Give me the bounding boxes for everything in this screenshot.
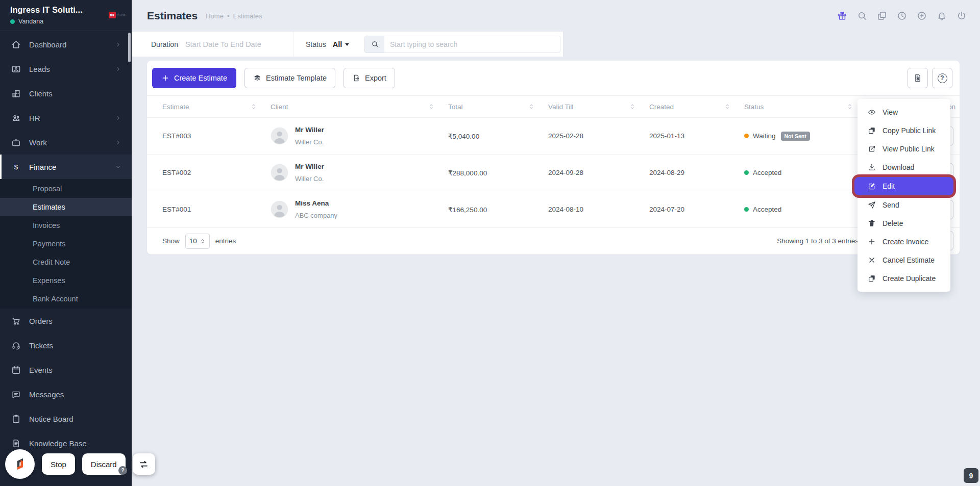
export-button[interactable]: Export	[344, 68, 395, 88]
table-header: Estimate Client Total Valid Till Created…	[147, 95, 960, 118]
sidebar-item-leads[interactable]: Leads	[0, 57, 132, 81]
column-header-client[interactable]: Client	[271, 103, 448, 111]
menu-item-delete[interactable]: Delete	[857, 214, 950, 233]
help-button[interactable]: ?	[932, 68, 952, 88]
company-name: Ingress IT Soluti...	[10, 6, 125, 15]
column-header-total[interactable]: Total	[448, 103, 548, 111]
chevron-right-icon	[115, 115, 121, 121]
menu-item-copy-public-link[interactable]: Copy Public Link	[857, 121, 950, 140]
column-header-valid-till[interactable]: Valid Till	[548, 103, 649, 111]
status-text: Waiting	[753, 132, 776, 140]
recorder-logo-button[interactable]	[5, 449, 35, 479]
sidebar: Ingress IT Soluti... Vandana IN CRM Dash…	[0, 0, 132, 486]
chevron-right-icon	[115, 139, 121, 146]
history-icon[interactable]	[897, 11, 907, 21]
sidebar-item-proposal[interactable]: Proposal	[0, 180, 132, 198]
menu-item-download[interactable]: Download	[857, 158, 950, 176]
sidebar-scrollbar-thumb[interactable]	[128, 33, 131, 62]
created-date: 2025-01-13	[649, 132, 744, 140]
status-dropdown[interactable]: All	[333, 40, 350, 48]
valid-till-date: 2024-08-10	[548, 206, 649, 213]
sidebar-item-expenses[interactable]: Expenses	[0, 271, 132, 290]
sidebar-item-estimates[interactable]: Estimates	[0, 198, 132, 216]
sidebar-item-notice-board[interactable]: Notice Board	[0, 406, 132, 431]
menu-item-send[interactable]: Send	[857, 196, 950, 214]
finance-submenu: Proposal Estimates Invoices Payments Cre…	[0, 179, 132, 309]
total-value: ₹166,250.00	[448, 206, 548, 214]
calendar-icon	[11, 365, 21, 375]
menu-item-view-public-link[interactable]: View Public Link	[857, 140, 950, 158]
sort-icon	[528, 103, 535, 110]
client-cell: Miss Aena ABC company	[271, 199, 448, 219]
menu-item-create-duplicate[interactable]: Create Duplicate	[857, 269, 950, 288]
notes-icon[interactable]	[877, 11, 887, 21]
sidebar-item-bank-account[interactable]: Bank Account	[0, 290, 132, 308]
headset-icon	[11, 341, 21, 350]
sidebar-item-dashboard[interactable]: Dashboard	[0, 32, 132, 57]
column-header-estimate[interactable]: Estimate	[162, 103, 271, 111]
estimates-card: Create Estimate Estimate Template Export…	[147, 61, 960, 254]
menu-item-create-invoice[interactable]: Create Invoice	[857, 233, 950, 251]
recorder-overlay: Stop Discard ?	[5, 449, 155, 479]
sidebar-item-invoices[interactable]: Invoices	[0, 216, 132, 235]
sort-icon	[724, 103, 731, 110]
duration-range-input[interactable]	[185, 40, 280, 48]
brand-logo-icon	[11, 455, 29, 473]
client-name: Miss Aena	[295, 199, 337, 207]
entries-label: entries	[215, 237, 236, 245]
send-icon	[868, 201, 876, 209]
sidebar-header: Ingress IT Soluti... Vandana IN CRM	[0, 0, 132, 31]
power-icon[interactable]	[957, 11, 967, 21]
add-circle-icon[interactable]	[917, 11, 927, 21]
sidebar-item-hr[interactable]: HR	[0, 106, 132, 130]
client-company: ABC company	[295, 212, 337, 219]
x-icon	[868, 256, 876, 264]
sidebar-item-messages[interactable]: Messages	[0, 382, 132, 406]
estimate-template-button[interactable]: Estimate Template	[244, 68, 335, 88]
create-estimate-button[interactable]: Create Estimate	[152, 68, 236, 88]
search-section	[357, 32, 563, 57]
sidebar-item-finance[interactable]: $ Finance	[0, 155, 132, 179]
search-icon[interactable]	[857, 11, 867, 21]
swap-button[interactable]	[133, 453, 155, 475]
caret-down-icon	[345, 43, 349, 46]
user-line[interactable]: Vandana	[10, 18, 125, 25]
sidebar-item-orders[interactable]: Orders	[0, 309, 132, 333]
notifications-bell-icon[interactable]	[937, 11, 947, 21]
column-header-status[interactable]: Status	[744, 103, 867, 111]
breadcrumb-separator: •	[227, 12, 230, 20]
valid-till-date: 2024-09-28	[548, 169, 649, 176]
menu-item-view[interactable]: View	[857, 103, 950, 121]
duration-filter: Duration	[132, 32, 293, 57]
sidebar-item-events[interactable]: Events	[0, 357, 132, 382]
sidebar-item-tickets[interactable]: Tickets	[0, 333, 132, 357]
sidebar-item-work[interactable]: Work	[0, 130, 132, 155]
menu-item-edit[interactable]: Edit	[854, 177, 953, 195]
cart-icon	[11, 316, 21, 326]
sort-icon	[846, 103, 853, 110]
not-sent-badge: Not Sent	[781, 132, 810, 141]
sidebar-item-payments[interactable]: Payments	[0, 235, 132, 253]
file-invoice-icon	[913, 73, 922, 83]
sidebar-item-credit-note[interactable]: Credit Note	[0, 253, 132, 271]
mini-help-badge[interactable]: ?	[118, 466, 127, 475]
crm-logo: IN CRM	[109, 12, 126, 18]
status-text: Accepted	[753, 169, 781, 176]
column-header-created[interactable]: Created	[649, 103, 744, 111]
total-value: ₹288,000.00	[448, 169, 548, 177]
user-name: Vandana	[18, 18, 43, 25]
breadcrumb-home[interactable]: Home	[206, 12, 224, 20]
status-label: Status	[306, 40, 326, 48]
page-size-select[interactable]: 10	[185, 234, 210, 249]
menu-item-cancel-estimate[interactable]: Cancel Estimate	[857, 251, 950, 269]
gift-icon[interactable]	[837, 11, 847, 21]
clipboard-icon	[11, 414, 21, 424]
topbar-icons	[837, 11, 967, 21]
invoice-report-button[interactable]	[908, 68, 928, 88]
estimate-number: EST#002	[162, 169, 271, 176]
client-company: Willer Co.	[295, 175, 324, 183]
sidebar-item-clients[interactable]: Clients	[0, 81, 132, 106]
search-input[interactable]	[384, 36, 560, 53]
stop-button[interactable]: Stop	[42, 453, 75, 475]
avatar	[271, 127, 288, 145]
